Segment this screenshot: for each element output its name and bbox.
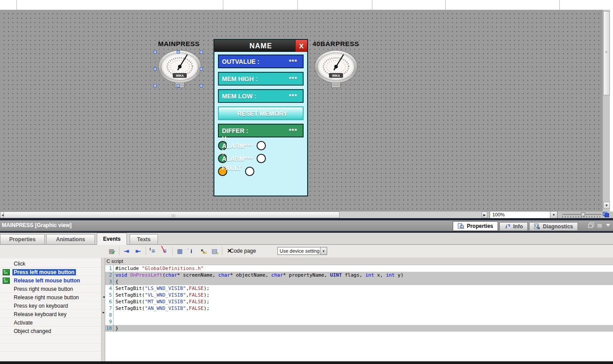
event-list: ClickC101Press left mouse buttonC101Rele… xyxy=(0,259,101,361)
panel-list-icon[interactable]: ▤ xyxy=(597,222,602,228)
gauge-label-mainpress: MAINPRESS xyxy=(158,40,200,47)
line-number: 3 xyxy=(105,278,114,285)
validate-script-icon[interactable]: ▦✓ xyxy=(107,246,116,256)
popup-row-label: MEM HIGH : xyxy=(219,75,257,82)
code-page-combobox[interactable]: Use device setting ▼ xyxy=(277,247,327,255)
selection-handle[interactable] xyxy=(200,67,203,70)
code-line[interactable]: 4SetTagBit("LS_WND_VISIB",FALSE); xyxy=(105,285,613,292)
line-number: 4 xyxy=(105,285,114,292)
scroll-right-button[interactable]: ► xyxy=(482,211,487,218)
collapse-left-icon[interactable]: ◄ xyxy=(102,295,105,298)
icon-overlay: ● xyxy=(217,251,219,255)
insert-object-icon[interactable]: ▤● xyxy=(210,246,219,256)
vertical-scrollbar-thumb[interactable]: ≡ xyxy=(603,11,610,95)
popup-title-bar: NAME X xyxy=(214,40,307,52)
horizontal-scrollbar[interactable]: ||| xyxy=(6,211,482,218)
code-token: char xyxy=(166,272,178,278)
event-item-activate[interactable]: Activate xyxy=(0,318,101,327)
popup-button-reset-memory[interactable]: RESET MEMORY xyxy=(218,106,304,120)
tab-animations[interactable]: Animations xyxy=(46,234,95,244)
code-token: y) xyxy=(395,272,403,278)
scroll-down-button[interactable]: ▼ xyxy=(603,202,610,209)
horizontal-scrollbar-thumb[interactable]: ||| xyxy=(4,211,340,218)
event-item-release-right-mouse-button[interactable]: Release right mouse button xyxy=(0,293,101,301)
event-item-object-changed[interactable]: Object changed xyxy=(0,327,101,335)
pointer-icon[interactable]: ↖▭ xyxy=(198,246,208,256)
fit-to-window-button[interactable] xyxy=(602,211,610,218)
popup-row-mem-low[interactable]: MEM LOW :*** xyxy=(218,89,304,103)
code-token: "AN_WND_VISIB" xyxy=(145,305,186,311)
gauge-mainpress[interactable] xyxy=(157,49,203,90)
combo-dropdown-button[interactable]: ▼ xyxy=(550,211,557,218)
chevron-right-icon: ► xyxy=(482,213,486,217)
event-item-press-left-mouse-button[interactable]: C101Press left mouse button xyxy=(0,268,101,276)
event-item-press-key-on-keyboard[interactable]: Press key on keyboard xyxy=(0,301,101,310)
combo-dropdown-button[interactable]: ▼ xyxy=(320,247,327,254)
popup-row-fault[interactable]: FAULT : xyxy=(218,167,227,176)
code-token: FALSE xyxy=(189,292,204,298)
close-button[interactable]: X xyxy=(295,40,307,52)
delete-line-icon[interactable]: ≡╲ xyxy=(160,246,170,256)
zoom-level-combobox[interactable]: 100% ▼ xyxy=(490,211,558,219)
event-item-release-keyboard-key[interactable]: Release keyboard key xyxy=(0,310,101,318)
svg-text:i: i xyxy=(506,224,507,229)
outdent-icon[interactable]: ⇤ xyxy=(133,246,143,256)
event-item-press-right-mouse-button[interactable]: Press right mouse button xyxy=(0,285,101,293)
inspector-tab-label: Properties xyxy=(467,223,493,229)
tab-strip-divider xyxy=(223,0,223,10)
popup-row-outvalue[interactable]: OUTVALUE :*** xyxy=(218,55,304,68)
popup-row-mem-high[interactable]: MEM HIGH :*** xyxy=(218,72,304,86)
selection-handle[interactable] xyxy=(154,67,157,70)
popup-row-value: *** xyxy=(289,75,303,82)
code-line[interactable]: 9 xyxy=(105,318,613,325)
code-line[interactable]: 7SetTagBit("AN_WND_VISIB",FALSE); xyxy=(105,305,613,312)
code-line[interactable]: 5SetTagBit("VL_WND_VISIB",FALSE); xyxy=(105,292,613,298)
code-token: "MT_WND_VISIB" xyxy=(145,299,186,305)
insert-info-icon[interactable]: i▫ xyxy=(186,246,196,256)
event-item-release-left-mouse-button[interactable]: C101Release left mouse button xyxy=(0,276,101,285)
collapse-panel-icon[interactable] xyxy=(606,224,610,227)
code-line[interactable]: 2void OnPressLeft(char* screenName, char… xyxy=(105,272,613,278)
gauge-40barpress[interactable] xyxy=(313,49,359,90)
code-token: ); xyxy=(204,286,210,291)
code-line[interactable]: 3{ xyxy=(105,278,613,285)
expand-right-icon[interactable]: ► xyxy=(102,311,105,314)
lamp-indicator xyxy=(257,141,266,150)
tab-properties[interactable]: Properties xyxy=(0,234,45,244)
selection-handle[interactable] xyxy=(177,84,180,87)
event-item-label: Release left mouse button xyxy=(12,278,81,284)
selection-handle[interactable] xyxy=(200,84,203,87)
code-token: * propertyName, xyxy=(283,272,330,278)
code-line[interactable]: 8 xyxy=(105,312,613,318)
tab-texts[interactable]: Texts xyxy=(130,234,158,244)
code-token: ); xyxy=(204,305,210,311)
zoom-slider[interactable] xyxy=(562,211,601,218)
float-panel-icon[interactable] xyxy=(588,223,593,228)
tag-grid-icon[interactable]: ▦ xyxy=(175,246,185,256)
indent-icon[interactable]: ⇥ xyxy=(122,246,131,256)
code-line[interactable]: 1#include "GlobalDefinitions.h" xyxy=(105,265,613,272)
popup-row-l-alarm[interactable]: L ALARM :*** xyxy=(218,154,227,163)
document-tab-strip xyxy=(0,0,613,10)
selection-handle[interactable] xyxy=(177,51,180,54)
faceplate-popup-window[interactable]: NAME X OUTVALUE :***MEM HIGH :***MEM LOW… xyxy=(214,39,308,196)
event-item-label: Press left mouse button xyxy=(12,269,76,275)
line-number: 5 xyxy=(105,292,114,298)
panel-splitter[interactable]: ◄ ► xyxy=(101,258,105,361)
code-line[interactable]: 6SetTagBit("MT_WND_VISIB",FALSE); xyxy=(105,298,613,305)
selection-handle[interactable] xyxy=(200,51,203,54)
event-item-click[interactable]: Click xyxy=(0,259,101,268)
code-line[interactable]: 10} xyxy=(105,325,613,332)
event-item-label: Press right mouse button xyxy=(12,286,74,292)
selection-handle[interactable] xyxy=(154,51,157,54)
c-script-editor[interactable]: C script 1#include "GlobalDefinitions.h"… xyxy=(105,258,613,361)
line-number: 9 xyxy=(105,318,114,325)
insert-line-icon[interactable]: ≡I xyxy=(148,246,158,256)
selection-handle[interactable] xyxy=(154,84,157,87)
inspector-tab-diagnostics[interactable]: Diagnostics xyxy=(529,222,578,231)
inspector-tab-properties[interactable]: Properties xyxy=(453,221,498,231)
tab-events[interactable]: Events xyxy=(97,233,127,245)
inspector-tab-info[interactable]: iInfo xyxy=(499,222,528,231)
graphic-view-canvas[interactable]: MAINPRESS 40BARPRESS NAME X OUTVALUE :**… xyxy=(0,10,602,211)
vertical-scrollbar[interactable]: ≡ ▼ xyxy=(602,10,610,211)
